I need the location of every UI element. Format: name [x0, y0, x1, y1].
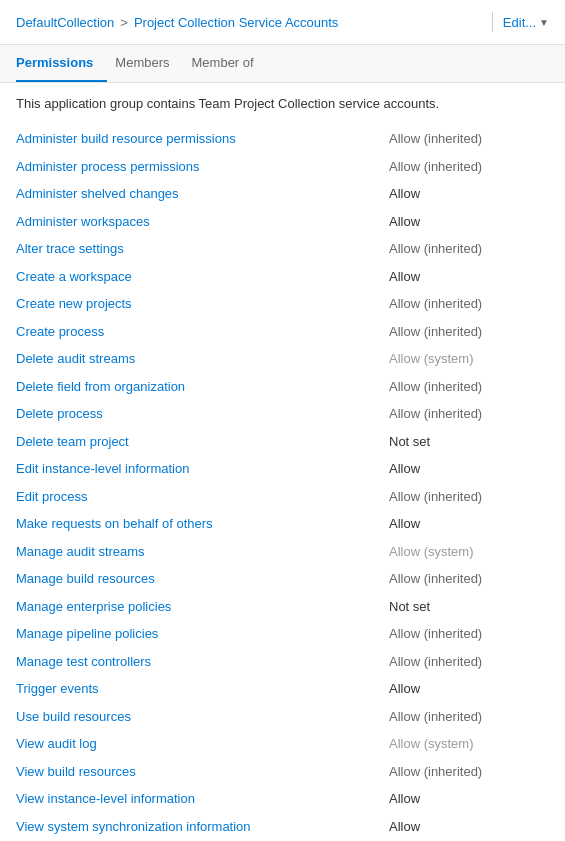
tab-member-of[interactable]: Member of [192, 45, 268, 82]
permission-name[interactable]: View build resources [16, 762, 389, 782]
table-row: Edit instance-level informationAllow [16, 455, 549, 483]
permission-name[interactable]: Edit instance-level information [16, 459, 389, 479]
description-highlight: Team Project Collection service accounts [199, 96, 436, 111]
permission-value: Allow [389, 267, 549, 287]
table-row: Use build resourcesAllow (inherited) [16, 703, 549, 731]
permission-name[interactable]: Delete process [16, 404, 389, 424]
table-row: View system synchronization informationA… [16, 813, 549, 841]
permission-value: Allow (inherited) [389, 707, 549, 727]
breadcrumb-page[interactable]: Project Collection Service Accounts [134, 15, 338, 30]
table-row: View audit logAllow (system) [16, 730, 549, 758]
permission-name[interactable]: Delete field from organization [16, 377, 389, 397]
permission-name[interactable]: Alter trace settings [16, 239, 389, 259]
permission-name[interactable]: Create new projects [16, 294, 389, 314]
table-row: Trigger eventsAllow [16, 675, 549, 703]
table-row: View instance-level informationAllow [16, 785, 549, 813]
permission-value: Allow [389, 212, 549, 232]
tab-permissions[interactable]: Permissions [16, 45, 107, 82]
permission-name[interactable]: View system synchronization information [16, 817, 389, 837]
header-divider [492, 12, 493, 32]
table-row: Edit processAllow (inherited) [16, 483, 549, 511]
permission-value: Allow [389, 789, 549, 809]
permission-value: Allow (inherited) [389, 239, 549, 259]
permissions-table: Administer build resource permissionsAll… [16, 125, 549, 840]
breadcrumb: DefaultCollection > Project Collection S… [16, 15, 482, 30]
permission-name[interactable]: Trigger events [16, 679, 389, 699]
permission-value: Allow (system) [389, 734, 549, 754]
permission-value: Allow (inherited) [389, 377, 549, 397]
permission-name[interactable]: View instance-level information [16, 789, 389, 809]
permission-value: Allow [389, 679, 549, 699]
table-row: Administer process permissionsAllow (inh… [16, 153, 549, 181]
permission-name[interactable]: Manage audit streams [16, 542, 389, 562]
permission-value: Allow (inherited) [389, 487, 549, 507]
description-suffix: . [436, 96, 440, 111]
table-row: Manage audit streamsAllow (system) [16, 538, 549, 566]
table-row: Create processAllow (inherited) [16, 318, 549, 346]
permission-value: Allow [389, 817, 549, 837]
description-text: This application group contains Team Pro… [16, 95, 549, 113]
permission-value: Allow (inherited) [389, 624, 549, 644]
table-row: Delete field from organizationAllow (inh… [16, 373, 549, 401]
permission-value: Allow (inherited) [389, 652, 549, 672]
table-row: Administer workspacesAllow [16, 208, 549, 236]
permission-value: Allow (inherited) [389, 322, 549, 342]
table-row: Delete audit streamsAllow (system) [16, 345, 549, 373]
permission-value: Not set [389, 432, 549, 452]
permission-name[interactable]: Create process [16, 322, 389, 342]
permission-value: Allow (inherited) [389, 569, 549, 589]
permission-value: Allow [389, 514, 549, 534]
description-prefix: This application group contains [16, 96, 199, 111]
permission-value: Allow [389, 459, 549, 479]
table-row: View build resourcesAllow (inherited) [16, 758, 549, 786]
permission-value: Allow (inherited) [389, 294, 549, 314]
permission-name[interactable]: Manage pipeline policies [16, 624, 389, 644]
permission-name[interactable]: Edit process [16, 487, 389, 507]
permission-value: Allow (system) [389, 542, 549, 562]
edit-button[interactable]: Edit... ▼ [503, 15, 549, 30]
table-row: Manage enterprise policiesNot set [16, 593, 549, 621]
table-row: Manage test controllersAllow (inherited) [16, 648, 549, 676]
permission-name[interactable]: Delete team project [16, 432, 389, 452]
permission-name[interactable]: Manage test controllers [16, 652, 389, 672]
main-content: This application group contains Team Pro… [0, 83, 565, 841]
permission-value: Allow (system) [389, 349, 549, 369]
table-row: Manage pipeline policiesAllow (inherited… [16, 620, 549, 648]
permission-name[interactable]: View audit log [16, 734, 389, 754]
permission-name[interactable]: Make requests on behalf of others [16, 514, 389, 534]
table-row: Alter trace settingsAllow (inherited) [16, 235, 549, 263]
table-row: Create a workspaceAllow [16, 263, 549, 291]
permission-name[interactable]: Manage build resources [16, 569, 389, 589]
permission-name[interactable]: Administer build resource permissions [16, 129, 389, 149]
breadcrumb-separator: > [120, 15, 128, 30]
permission-value: Allow (inherited) [389, 762, 549, 782]
permission-value: Allow (inherited) [389, 404, 549, 424]
table-row: Administer build resource permissionsAll… [16, 125, 549, 153]
permission-value: Not set [389, 597, 549, 617]
permission-name[interactable]: Administer process permissions [16, 157, 389, 177]
table-row: Manage build resourcesAllow (inherited) [16, 565, 549, 593]
table-row: Make requests on behalf of othersAllow [16, 510, 549, 538]
permission-value: Allow (inherited) [389, 129, 549, 149]
permission-name[interactable]: Use build resources [16, 707, 389, 727]
breadcrumb-collection[interactable]: DefaultCollection [16, 15, 114, 30]
table-row: Administer shelved changesAllow [16, 180, 549, 208]
permission-value: Allow (inherited) [389, 157, 549, 177]
permission-value: Allow [389, 184, 549, 204]
tab-members[interactable]: Members [115, 45, 183, 82]
permission-name[interactable]: Administer workspaces [16, 212, 389, 232]
permission-name[interactable]: Create a workspace [16, 267, 389, 287]
table-row: Create new projectsAllow (inherited) [16, 290, 549, 318]
table-row: Delete team projectNot set [16, 428, 549, 456]
table-row: Delete processAllow (inherited) [16, 400, 549, 428]
chevron-down-icon: ▼ [539, 17, 549, 28]
permission-name[interactable]: Administer shelved changes [16, 184, 389, 204]
edit-label: Edit... [503, 15, 536, 30]
page-header: DefaultCollection > Project Collection S… [0, 0, 565, 45]
permission-name[interactable]: Manage enterprise policies [16, 597, 389, 617]
tab-bar: PermissionsMembersMember of [0, 45, 565, 83]
permission-name[interactable]: Delete audit streams [16, 349, 389, 369]
